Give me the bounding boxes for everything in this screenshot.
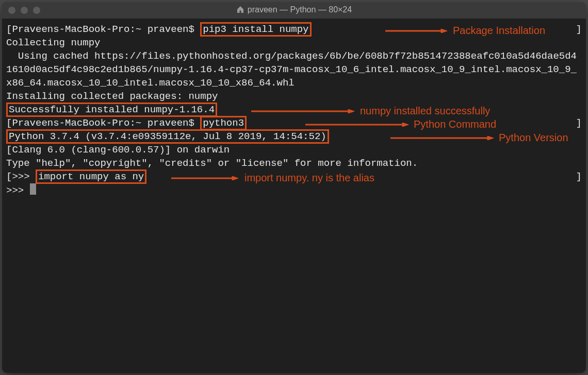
cursor-icon	[30, 183, 36, 195]
bracket-right: ]	[576, 116, 582, 130]
line-pip-install: [Praveens-MacBook-Pro:~ praveen$ pip3 in…	[6, 23, 582, 36]
highlight-success: Successfully installed numpy-1.16.4	[6, 103, 217, 117]
bracket-right: ]	[576, 170, 582, 183]
svg-marker-9	[232, 176, 238, 180]
annotation-python-command: Python Command	[414, 117, 496, 131]
arrow-icon	[305, 123, 409, 127]
svg-marker-1	[441, 29, 447, 33]
window-title-text: praveen — Python — 80×24	[248, 5, 352, 14]
titlebar: praveen — Python — 80×24	[2, 2, 586, 19]
arrow-icon	[251, 109, 354, 113]
highlight-python-cmd: python3	[200, 116, 247, 130]
arrow-icon	[390, 136, 494, 140]
bracket-right: ]	[576, 23, 582, 36]
terminal-window: praveen — Python — 80×24 [Praveens-MacBo…	[2, 2, 586, 373]
window-title: praveen — Python — 80×24	[2, 5, 586, 15]
line-python-version: Python 3.7.4 (v3.7.4:e09359112e, Jul 8 2…	[6, 130, 582, 143]
arrow-icon	[171, 176, 238, 180]
svg-marker-3	[348, 109, 354, 113]
output-collecting: Collecting numpy	[6, 36, 582, 49]
line-import-numpy: [>>> import numpy as ny ] import numpy. …	[6, 170, 582, 183]
prompt: [Praveens-MacBook-Pro:~ praveen$	[6, 24, 200, 35]
annotation-package-installation: Package Installation	[453, 24, 545, 37]
prompt: [Praveens-MacBook-Pro:~ praveen$	[6, 117, 200, 129]
home-icon	[236, 5, 244, 15]
annotation-numpy-success: numpy installed successfully	[360, 104, 490, 117]
traffic-lights	[8, 7, 40, 14]
annotation-python-version: Python Version	[499, 131, 568, 144]
arrow-icon	[385, 29, 447, 33]
line-success: Successfully installed numpy-1.16.4 nump…	[6, 103, 582, 116]
terminal-body[interactable]: [Praveens-MacBook-Pro:~ praveen$ pip3 in…	[2, 19, 586, 373]
svg-marker-7	[487, 136, 494, 140]
close-icon[interactable]	[8, 7, 15, 14]
repl-prompt: >>>	[6, 185, 30, 196]
highlight-python-version: Python 3.7.4 (v3.7.4:e09359112e, Jul 8 2…	[6, 129, 329, 144]
zoom-icon[interactable]	[33, 7, 40, 14]
line-python-cmd: [Praveens-MacBook-Pro:~ praveen$ python3…	[6, 116, 582, 130]
output-installing: Installing collected packages: numpy	[6, 90, 582, 103]
highlight-pip-cmd: pip3 install numpy	[200, 22, 311, 37]
output-cached-url: Using cached https://files.pythonhosted.…	[6, 49, 582, 90]
output-help: Type "help", "copyright", "credits" or "…	[6, 157, 582, 170]
svg-marker-5	[402, 123, 409, 127]
minimize-icon[interactable]	[21, 7, 28, 14]
output-clang: [Clang 6.0 (clang-600.0.57)] on darwin	[6, 143, 582, 157]
highlight-import-numpy: import numpy as ny	[36, 169, 146, 184]
line-repl-cursor: >>>	[6, 183, 582, 197]
repl-prompt: [>>>	[6, 171, 36, 182]
annotation-import-numpy: import numpy. ny is the alias	[244, 171, 374, 184]
